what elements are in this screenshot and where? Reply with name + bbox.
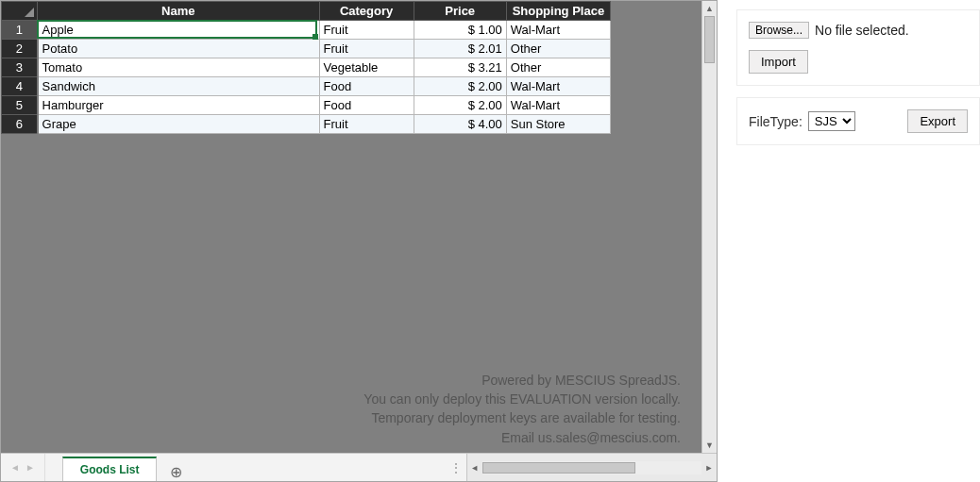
grid-clip: Name Category Price Shopping Place 1 App… bbox=[1, 1, 701, 453]
select-all-corner[interactable] bbox=[2, 2, 38, 21]
cell-name[interactable]: Tomato bbox=[38, 58, 319, 77]
export-button[interactable]: Export bbox=[907, 109, 968, 133]
cell-shop[interactable]: Sun Store bbox=[506, 115, 610, 134]
export-panel: FileType: SJS Export bbox=[736, 97, 980, 145]
row-header[interactable]: 2 bbox=[2, 40, 38, 58]
tab-strip: ◄ ► Goods List ⊕ ◄ ► bbox=[1, 453, 717, 481]
cell-category[interactable]: Food bbox=[319, 77, 414, 96]
tabs: Goods List ⊕ bbox=[45, 454, 196, 481]
evaluation-watermark: Powered by MESCIUS SpreadJS. You can onl… bbox=[363, 371, 681, 447]
table-row: 1 Apple Fruit $ 1.00 Wal-Mart bbox=[2, 21, 611, 40]
horizontal-scroll-thumb[interactable] bbox=[482, 462, 636, 474]
table-row: 3 Tomato Vegetable $ 3.21 Other bbox=[2, 58, 611, 77]
cell-name[interactable]: Potato bbox=[38, 40, 319, 58]
col-header-price[interactable]: Price bbox=[414, 2, 506, 21]
add-sheet-button[interactable]: ⊕ bbox=[157, 463, 195, 481]
tab-nav-prev-icon[interactable]: ◄ bbox=[8, 462, 22, 473]
table-row: 2 Potato Fruit $ 2.01 Other bbox=[2, 40, 611, 58]
scroll-right-arrow-icon[interactable]: ► bbox=[701, 454, 717, 481]
cell-name[interactable]: Hamburger bbox=[38, 96, 319, 115]
file-status-text: No file selected. bbox=[815, 23, 909, 38]
cell-category[interactable]: Fruit bbox=[319, 21, 414, 40]
watermark-line: Email us.sales@mescius.com. bbox=[363, 428, 681, 447]
row-header[interactable]: 3 bbox=[2, 58, 38, 77]
plus-icon: ⊕ bbox=[170, 463, 182, 481]
row-header[interactable]: 6 bbox=[2, 115, 38, 134]
col-header-name[interactable]: Name bbox=[38, 2, 319, 21]
tabstrip-resize-handle[interactable] bbox=[446, 454, 466, 481]
watermark-line: Powered by MESCIUS SpreadJS. bbox=[363, 371, 681, 390]
sheet-table: Name Category Price Shopping Place 1 App… bbox=[1, 1, 611, 134]
import-button[interactable]: Import bbox=[749, 50, 808, 74]
col-header-category[interactable]: Category bbox=[319, 2, 414, 21]
cell-price[interactable]: $ 2.00 bbox=[414, 96, 506, 115]
tab-nav: ◄ ► bbox=[1, 454, 45, 481]
scroll-up-arrow-icon[interactable]: ▲ bbox=[702, 1, 717, 16]
cell-name[interactable]: Sandwich bbox=[38, 77, 319, 96]
cell-shop[interactable]: Other bbox=[506, 58, 610, 77]
cell-shop[interactable]: Other bbox=[506, 40, 610, 58]
horizontal-scroll-track[interactable] bbox=[482, 461, 701, 474]
row-header[interactable]: 5 bbox=[2, 96, 38, 115]
vertical-scrollbar[interactable]: ▲ ▼ bbox=[701, 1, 717, 453]
cell-price[interactable]: $ 3.21 bbox=[414, 58, 506, 77]
table-row: 4 Sandwich Food $ 2.00 Wal-Mart bbox=[2, 77, 611, 96]
watermark-line: Temporary deployment keys are available … bbox=[363, 408, 681, 427]
row-header[interactable]: 4 bbox=[2, 77, 38, 96]
cell-category[interactable]: Food bbox=[319, 96, 414, 115]
row-header[interactable]: 1 bbox=[2, 21, 38, 40]
cell-price[interactable]: $ 2.01 bbox=[414, 40, 506, 58]
cell-shop[interactable]: Wal-Mart bbox=[506, 96, 610, 115]
col-header-shopping-place[interactable]: Shopping Place bbox=[506, 2, 610, 21]
horizontal-scrollbar[interactable]: ◄ ► bbox=[466, 454, 717, 481]
filetype-label: FileType: bbox=[749, 114, 803, 129]
cell-price[interactable]: $ 4.00 bbox=[414, 115, 506, 134]
cell-shop[interactable]: Wal-Mart bbox=[506, 77, 610, 96]
grid-area: Name Category Price Shopping Place 1 App… bbox=[1, 1, 717, 453]
cell-category[interactable]: Fruit bbox=[319, 40, 414, 58]
filetype-select[interactable]: SJS bbox=[808, 111, 855, 131]
scroll-down-arrow-icon[interactable]: ▼ bbox=[702, 438, 717, 453]
vertical-scroll-thumb[interactable] bbox=[704, 16, 715, 63]
cell-name[interactable]: Apple bbox=[38, 21, 319, 40]
cell-price[interactable]: $ 1.00 bbox=[414, 21, 506, 40]
cell-name[interactable]: Grape bbox=[38, 115, 319, 134]
side-panel: Browse... No file selected. Import FileT… bbox=[736, 0, 980, 482]
browse-button[interactable]: Browse... bbox=[749, 22, 809, 39]
spreadsheet-pane: Name Category Price Shopping Place 1 App… bbox=[0, 0, 718, 482]
cell-shop[interactable]: Wal-Mart bbox=[506, 21, 610, 40]
cell-category[interactable]: Vegetable bbox=[319, 58, 414, 77]
table-row: 5 Hamburger Food $ 2.00 Wal-Mart bbox=[2, 96, 611, 115]
cell-category[interactable]: Fruit bbox=[319, 115, 414, 134]
scroll-left-arrow-icon[interactable]: ◄ bbox=[467, 454, 482, 481]
cell-price[interactable]: $ 2.00 bbox=[414, 77, 506, 96]
table-row: 6 Grape Fruit $ 4.00 Sun Store bbox=[2, 115, 611, 134]
tab-nav-next-icon[interactable]: ► bbox=[24, 462, 37, 473]
import-panel: Browse... No file selected. Import bbox=[736, 9, 980, 86]
watermark-line: You can only deploy this EVALUATION vers… bbox=[363, 390, 681, 408]
sheet-tab-goods-list[interactable]: Goods List bbox=[62, 457, 158, 481]
